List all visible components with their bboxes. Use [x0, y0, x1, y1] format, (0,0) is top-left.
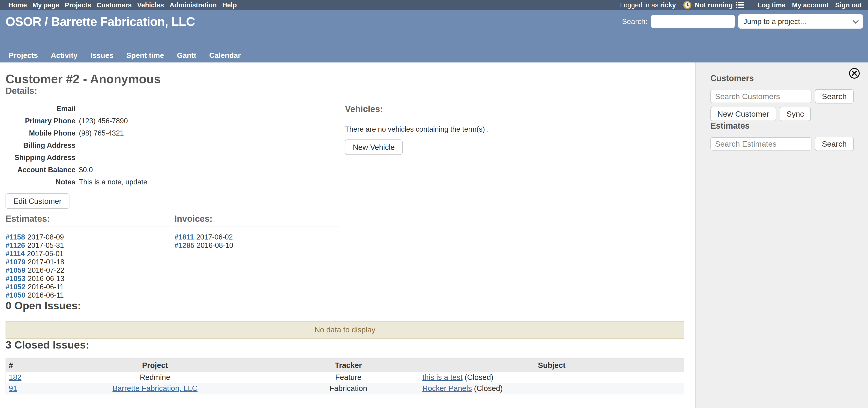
- invoices-heading: Invoices:: [175, 214, 340, 227]
- detail-label: Primary Phone: [5, 117, 75, 125]
- jump-to-project-label: Jump to a project...: [743, 17, 806, 26]
- detail-label: Email: [5, 105, 75, 113]
- top-menu-item[interactable]: My page: [33, 1, 59, 9]
- detail-value: (123) 456-7890: [79, 117, 128, 125]
- edit-customer-button[interactable]: Edit Customer: [5, 194, 69, 209]
- detail-row: Account Balance $0.0: [5, 165, 336, 177]
- estimate-row: #10522016-06-11: [5, 283, 171, 291]
- top-menu-bar: Home My page Projects Customers Vehicles…: [0, 0, 868, 10]
- estimate-date: 2017-08-09: [27, 233, 64, 241]
- no-data-text: No data to display: [314, 326, 375, 334]
- estimates-heading: Estimates:: [5, 214, 171, 227]
- search-customers-button[interactable]: Search: [815, 89, 854, 103]
- top-menu-item[interactable]: Projects: [65, 1, 91, 9]
- estimate-link[interactable]: #1053: [5, 275, 25, 282]
- invoice-link[interactable]: #1285: [175, 241, 194, 249]
- main-tab[interactable]: Activity: [51, 51, 78, 60]
- search-estimates-input[interactable]: [710, 137, 811, 150]
- issue-id-link[interactable]: 91: [9, 384, 17, 393]
- main-tab[interactable]: Issues: [90, 51, 114, 60]
- issue-subject-link[interactable]: Rocker Panels: [422, 384, 472, 393]
- issue-id-link[interactable]: 182: [9, 373, 22, 381]
- account-link[interactable]: Sign out: [835, 1, 862, 9]
- issues-header-row: # Project Tracker Subject: [6, 359, 684, 372]
- estimate-link[interactable]: #1052: [5, 283, 25, 291]
- detail-label: Billing Address: [5, 141, 75, 149]
- estimates-list: #11582017-08-09 #11262017-05-31 #1114201…: [5, 233, 171, 299]
- customer-details: Email Primary Phone (123) 456-7890 Mobil…: [5, 104, 336, 190]
- page-title: Customer #2 - Anonymous: [5, 72, 684, 86]
- main-tab[interactable]: Calendar: [209, 51, 241, 60]
- detail-label: Account Balance: [5, 166, 75, 174]
- detail-row: Shipping Address: [5, 153, 336, 165]
- top-menu-item[interactable]: Help: [222, 1, 237, 9]
- detail-row: Mobile Phone (98) 765-4321: [5, 129, 336, 141]
- invoice-row: #18112017-06-02: [175, 233, 340, 241]
- logged-in-as: Logged in as ricky: [620, 1, 676, 9]
- close-icon: [851, 71, 857, 76]
- site-title[interactable]: OSOR / Barrette Fabrication, LLC: [5, 14, 195, 29]
- estimate-date: 2016-06-11: [28, 283, 64, 291]
- estimate-link[interactable]: #1059: [5, 266, 25, 274]
- app-header: OSOR / Barrette Fabrication, LLC Search:…: [0, 10, 868, 63]
- estimate-link[interactable]: #1079: [5, 258, 25, 266]
- search-input[interactable]: [651, 15, 735, 28]
- estimate-link[interactable]: #1126: [5, 241, 25, 249]
- top-menu-item[interactable]: Customers: [97, 1, 132, 9]
- estimate-date: 2017-05-31: [27, 241, 64, 249]
- detail-row: Primary Phone (123) 456-7890: [5, 116, 336, 129]
- sidebar-estimates-heading: Estimates: [710, 121, 868, 131]
- detail-value: (98) 765-4321: [79, 129, 124, 137]
- right-sidebar: Customers Search New Customer Sync Estim…: [695, 63, 868, 408]
- detail-value: $0.0: [79, 166, 93, 174]
- invoice-link[interactable]: #1811: [175, 233, 194, 241]
- sync-button[interactable]: Sync: [780, 107, 811, 121]
- main-tab[interactable]: Spent time: [126, 51, 164, 60]
- main-tab[interactable]: Gantt: [177, 51, 196, 60]
- estimate-row: #10592016-07-22: [5, 266, 171, 275]
- issue-tracker: Fabrication: [330, 384, 367, 393]
- search-label: Search:: [622, 17, 647, 26]
- account-link[interactable]: My account: [792, 1, 829, 9]
- detail-label: Mobile Phone: [5, 129, 75, 137]
- detail-row: Email: [5, 104, 336, 116]
- invoice-row: #12852016-08-10: [175, 241, 340, 250]
- column-header-tracker: Tracker: [277, 359, 420, 372]
- detail-value: This is a note, update: [79, 178, 147, 186]
- vehicles-heading: Vehicles:: [345, 104, 684, 117]
- top-menu-item[interactable]: Administration: [169, 1, 217, 9]
- invoice-date: 2016-08-10: [196, 241, 233, 249]
- close-sidebar-button[interactable]: [849, 68, 860, 78]
- search-estimates-button[interactable]: Search: [815, 137, 854, 151]
- estimate-date: 2016-06-11: [28, 291, 64, 299]
- detail-label: Shipping Address: [5, 154, 75, 162]
- column-header-project: Project: [33, 359, 277, 372]
- estimate-link[interactable]: #1158: [5, 233, 25, 241]
- issue-status-suffix: (Closed): [472, 384, 503, 393]
- top-menu-item[interactable]: Home: [8, 1, 27, 9]
- timer-status: Not running: [695, 1, 733, 9]
- column-header-id: #: [6, 359, 33, 372]
- vehicles-section: Vehicles: There are no vehicles containi…: [345, 104, 684, 190]
- estimate-link[interactable]: #1050: [5, 291, 25, 299]
- closed-issues-heading: 3 Closed Issues:: [5, 339, 684, 351]
- issue-project[interactable]: Barrette Fabrication, LLC: [112, 384, 197, 393]
- invoice-date: 2017-06-02: [196, 233, 233, 241]
- top-menu-item[interactable]: Vehicles: [137, 1, 164, 9]
- issue-subject-link[interactable]: this is a test: [422, 373, 462, 381]
- top-menu-right: Logged in as ricky Not running: [620, 1, 862, 9]
- estimate-date: 2017-01-18: [28, 258, 64, 266]
- jump-to-project-select[interactable]: Jump to a project...: [738, 14, 863, 29]
- issue-project: Redmine: [140, 373, 170, 381]
- main-tab[interactable]: Projects: [9, 51, 38, 60]
- estimate-link[interactable]: #1114: [5, 250, 25, 258]
- open-issues-heading: 0 Open Issues:: [5, 299, 684, 312]
- estimate-date: 2017-05-01: [27, 250, 64, 258]
- new-customer-button[interactable]: New Customer: [710, 107, 776, 121]
- search-customers-input[interactable]: [710, 90, 811, 103]
- new-vehicle-button[interactable]: New Vehicle: [345, 139, 403, 155]
- column-header-subject: Subject: [420, 359, 684, 372]
- account-link[interactable]: Log time: [758, 1, 786, 9]
- timer-group: Not running: [683, 1, 744, 9]
- timer-list-icon[interactable]: [736, 2, 744, 8]
